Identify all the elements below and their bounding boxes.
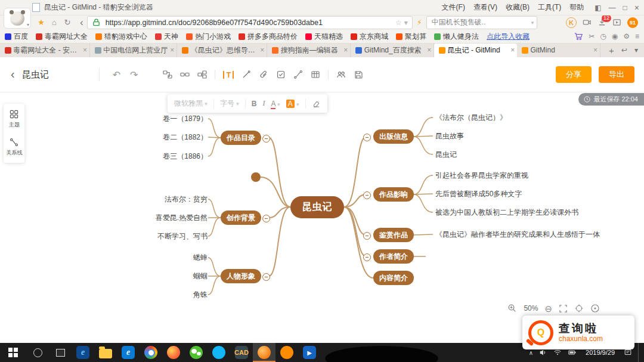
tab-close-icon[interactable]: ×	[427, 46, 431, 54]
help-icon[interactable]	[590, 304, 600, 313]
close-button[interactable]: ×	[634, 3, 639, 13]
bookmark-item[interactable]: 拼多多商品特价	[239, 32, 298, 42]
insert-parent-icon[interactable]	[197, 70, 207, 79]
taskbar-wechat[interactable]	[185, 343, 208, 362]
address-bar[interactable]: ☆ ▾	[87, 16, 413, 29]
collapse-toggle[interactable]	[363, 134, 371, 141]
collapse-toggle[interactable]	[363, 232, 371, 240]
bookmark-item[interactable]: 毒霸网址大全	[36, 32, 88, 42]
mindmap-leaf[interactable]: 《法布尔（昆虫记）》	[435, 113, 507, 123]
start-button[interactable]	[0, 343, 26, 362]
tab[interactable]: GitMind×	[517, 43, 600, 57]
tab-close-icon[interactable]: ×	[593, 46, 597, 54]
mindmap-branch-node[interactable]: 人物形象	[221, 269, 261, 283]
mindmap-leaf[interactable]: 被选为中国人教版初二上学期学生必读课外书	[435, 208, 578, 218]
mindmap-leaf[interactable]: 法布尔：贫穷	[165, 194, 208, 205]
search-box[interactable]: ▾	[426, 16, 537, 29]
insert-child-icon[interactable]	[180, 70, 190, 79]
tab-close-icon[interactable]: ×	[260, 46, 264, 54]
tab-list-icon[interactable]: ▾	[634, 46, 638, 54]
menu-tools[interactable]: 工具(T)	[538, 2, 561, 13]
tab[interactable]: 中国电信网上营业厅×	[90, 43, 177, 57]
mindmap-branch-node[interactable]: 作者简介	[373, 249, 414, 264]
zoom-in-icon[interactable]	[507, 304, 517, 313]
show-desktop-button[interactable]	[638, 343, 642, 362]
menu-view[interactable]: 查看(V)	[473, 2, 497, 13]
volume-icon[interactable]	[539, 348, 547, 357]
tab[interactable]: 毒霸网址大全 - 安全...×	[0, 43, 90, 57]
tab[interactable]: 搜狗指南—编辑器×	[267, 43, 351, 57]
skin-icon[interactable]: ◧	[595, 4, 601, 12]
bookmark-item[interactable]: 猎豹游戏中心	[95, 32, 147, 42]
back-to-docs-icon[interactable]: ‹	[11, 67, 15, 81]
relation-line-icon[interactable]	[293, 70, 303, 79]
mindmap-leaf[interactable]: 卷三（1886）	[163, 151, 208, 162]
taskbar-qq[interactable]	[208, 343, 230, 362]
zoom-out-icon[interactable]: ⊖	[544, 304, 552, 313]
bookmark-item[interactable]: 热门小游戏	[186, 32, 231, 42]
bookmark-item[interactable]: 天神	[155, 32, 178, 42]
bookmark-item[interactable]: 百度	[5, 32, 28, 42]
mindmap-leaf[interactable]: 昆虫故事	[435, 131, 464, 141]
redo-icon[interactable]: ↷	[130, 69, 138, 81]
bookmark-item[interactable]: 懒人健身法	[434, 32, 479, 42]
mindmap-branch-node[interactable]: 出版信息	[373, 129, 414, 144]
document-title[interactable]: 昆虫记	[22, 69, 49, 81]
mindmap-leaf[interactable]: 昆虫记	[435, 150, 457, 160]
taskbar-orange-app[interactable]	[275, 343, 298, 362]
menu-favorites[interactable]: 收藏(B)	[506, 2, 530, 13]
maximize-button[interactable]: □	[623, 4, 627, 12]
collapse-toggle[interactable]	[363, 191, 371, 199]
save-icon[interactable]	[354, 70, 363, 79]
bookmark-page-control[interactable]: ☆ ▾	[395, 18, 408, 27]
table-icon[interactable]	[311, 70, 320, 79]
vip-points-badge[interactable]: 91	[627, 17, 638, 28]
taskbar-file-explorer[interactable]	[94, 343, 117, 362]
mindmap-leaf[interactable]: 引起社会各界昆虫学家的重视	[435, 171, 528, 181]
taskbar-video-app[interactable]: ▶	[298, 343, 321, 362]
cheetah-browser-logo[interactable]: ▾	[4, 8, 31, 29]
refresh-icon[interactable]: ↻	[61, 18, 74, 27]
insert-sibling-icon[interactable]	[163, 70, 172, 79]
collapse-toggle[interactable]	[262, 135, 270, 143]
relation-panel-button[interactable]: 关系线	[5, 138, 23, 157]
bold-button[interactable]: B	[252, 100, 257, 108]
mindmap-leaf[interactable]: 不断学习、写书	[157, 231, 208, 242]
account-icon[interactable]: ◉	[612, 32, 618, 41]
mindmap-leaf[interactable]: 卷二（1882）	[163, 132, 208, 143]
taskbar-edge[interactable]: e	[117, 343, 140, 362]
mindmap-floating-node[interactable]	[251, 172, 261, 182]
share-button[interactable]: 分享	[556, 66, 592, 83]
settings-gear-icon[interactable]: ⚙	[623, 32, 630, 41]
font-size-select[interactable]: 字号 ▾	[220, 98, 239, 109]
locate-center-icon[interactable]	[574, 304, 584, 313]
tab-close-icon[interactable]: ×	[510, 46, 515, 54]
tab[interactable]: 《昆虫记》思维导图...×	[177, 43, 267, 57]
tray-expand-icon[interactable]: ∧	[529, 349, 533, 356]
bookmark-item[interactable]: 京东商城	[351, 32, 388, 42]
taskbar-search-button[interactable]	[26, 343, 49, 362]
network-icon[interactable]	[553, 348, 562, 357]
shopping-cart-icon[interactable]	[574, 32, 583, 41]
bookmark-item[interactable]: 聚划算	[396, 32, 426, 42]
menu-file[interactable]: 文件(F)	[442, 2, 465, 13]
fit-screen-icon[interactable]	[559, 304, 568, 313]
mindmap-leaf[interactable]: 《昆虫记》融作者毕生的研究成果和人生感悟于一体	[435, 230, 600, 240]
mindmap-branch-node[interactable]: 内容简介	[373, 271, 414, 285]
mindmap-leaf[interactable]: 角蛛	[193, 290, 208, 300]
theme-panel-button[interactable]: 主题	[8, 110, 20, 129]
mindmap-root-node[interactable]: 昆虫记	[290, 196, 344, 218]
mindmap-branch-node[interactable]: 作品目录	[221, 131, 261, 145]
undo-icon[interactable]: ↶	[113, 69, 120, 81]
lock-icon[interactable]	[92, 18, 101, 27]
collaborate-users-icon[interactable]	[336, 70, 346, 79]
download-manager-icon[interactable]: 12	[597, 18, 606, 27]
minimize-button[interactable]: —	[609, 4, 616, 12]
back-icon[interactable]: ‹	[80, 17, 83, 29]
action-center-icon[interactable]	[624, 348, 632, 357]
screenshot-scissors-icon[interactable]: ✂	[589, 32, 595, 41]
more-menu-icon[interactable]: ≡	[635, 32, 639, 41]
mindmap-branch-node[interactable]: 作品影响	[373, 187, 414, 202]
tab-active[interactable]: 昆虫记 - GitMind×	[434, 43, 517, 57]
mindmap-branch-node[interactable]: 创作背景	[221, 211, 261, 225]
